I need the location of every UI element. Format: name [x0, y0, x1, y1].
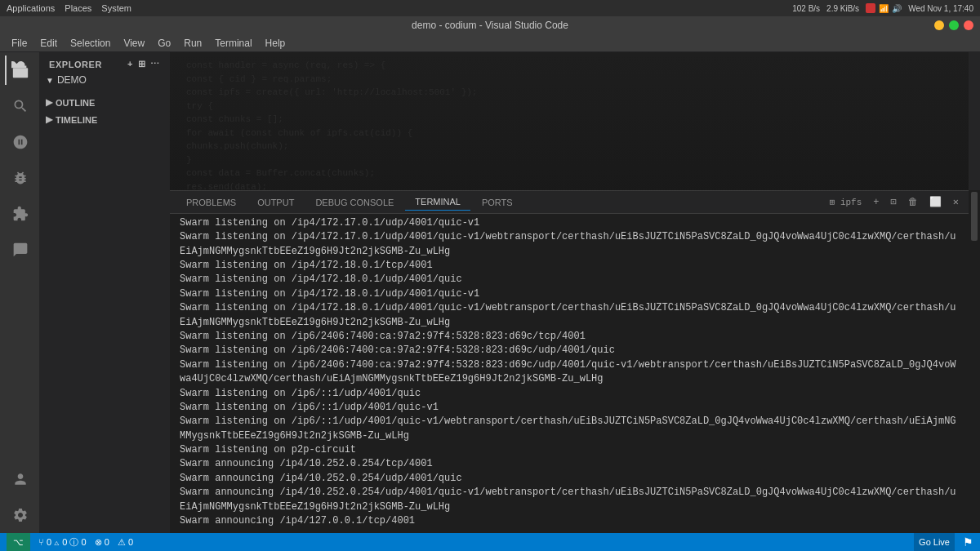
- system-bar-right: 102 B/s 2.9 KiB/s 📶 🔊 Wed Nov 1, 17:40: [792, 3, 973, 13]
- tab-ports[interactable]: PORTS: [472, 194, 523, 211]
- network-speed-down: 2.9 KiB/s: [826, 4, 859, 13]
- menu-run[interactable]: Run: [177, 36, 208, 51]
- terminal-scrollbar-thumb[interactable]: [971, 192, 978, 241]
- system-menu[interactable]: System: [101, 3, 131, 13]
- terminal-line: Swarm announcing /ip4/10.252.0.254/tcp/4…: [180, 457, 959, 471]
- title-bar: demo - codium - Visual Studio Code: [0, 16, 980, 34]
- activity-extensions[interactable]: [5, 199, 34, 229]
- window-title: demo - codium - Visual Studio Code: [412, 20, 568, 31]
- new-file-icon[interactable]: +: [127, 59, 133, 69]
- network-speed-up: 102 B/s: [792, 4, 820, 13]
- errors-indicator[interactable]: ⊗ 0: [95, 537, 109, 548]
- terminal-line: Swarm listening on /ip6/2406:7400:ca:97a…: [180, 330, 959, 344]
- terminal-line: Swarm listening on /ip6/::1/udp/4001/qui…: [180, 387, 959, 401]
- close-button[interactable]: [964, 20, 973, 30]
- datetime-display: Wed Nov 1, 17:40: [908, 4, 973, 13]
- terminal-split-icon[interactable]: ⊡: [888, 194, 900, 210]
- new-folder-icon[interactable]: ⊞: [138, 59, 146, 69]
- wifi-icon: 📶: [879, 4, 889, 13]
- terminal-line: Swarm listening on /ip4/172.18.0.1/udp/4…: [180, 287, 959, 301]
- terminal-maximize-icon[interactable]: ⬜: [926, 194, 945, 210]
- timeline-header[interactable]: ▶ TIMELINE: [46, 114, 163, 125]
- terminal-add-icon[interactable]: +: [870, 195, 882, 210]
- tab-debug-console[interactable]: DEBUG CONSOLE: [305, 194, 403, 211]
- maximize-button[interactable]: [949, 20, 959, 30]
- activity-remote[interactable]: [5, 235, 34, 264]
- activity-settings[interactable]: [5, 500, 34, 530]
- broadcast-icon[interactable]: ⚑: [963, 535, 973, 549]
- editor-area: const handler = async (req, res) => { co…: [170, 52, 969, 533]
- timeline-label: TIMELINE: [56, 115, 97, 125]
- terminal-line: Swarm listening on /ip6/2406:7400:ca:97a…: [180, 344, 959, 358]
- terminal-line: Swarm listening on /ip4/172.18.0.1/tcp/4…: [180, 259, 959, 273]
- terminal-content[interactable]: [santhoshm@paradise]-[~/Personal/statik/…: [170, 214, 969, 533]
- menu-edit[interactable]: Edit: [33, 36, 64, 51]
- terminal-trash-icon[interactable]: 🗑: [905, 194, 921, 210]
- terminal-tabs-right: ⊞ ipfs + ⊡ 🗑 ⬜ ✕: [826, 194, 962, 210]
- title-bar-controls: [934, 20, 973, 30]
- status-bar-left: ⌥ ⑂ 0 △ 0 ⓘ 0 ⊗ 0 ⚠ 0: [7, 533, 133, 551]
- go-live-button[interactable]: Go Live: [914, 533, 955, 551]
- terminal-line: Swarm listening on p2p-circuit: [180, 443, 959, 457]
- menu-terminal[interactable]: Terminal: [208, 36, 258, 51]
- menu-file[interactable]: File: [5, 36, 33, 51]
- git-branch-status[interactable]: ⑂ 0 △ 0 ⓘ 0: [38, 536, 87, 549]
- terminal-line: Swarm listening on /ip6/::1/udp/4001/qui…: [180, 415, 959, 443]
- system-bar-left: Applications Places System: [7, 3, 131, 13]
- activity-bar-bottom: [5, 464, 34, 530]
- remote-indicator[interactable]: ⌥: [7, 533, 30, 551]
- tab-terminal[interactable]: TERMINAL: [405, 193, 470, 211]
- terminal-line: Swarm listening on /ip4/172.17.0.1/udp/4…: [180, 216, 959, 230]
- explorer-label: EXPLORER: [49, 60, 102, 69]
- tab-output[interactable]: OUTPUT: [247, 194, 304, 211]
- right-panel: [969, 52, 980, 533]
- terminal-line: Swarm announcing /ip4/10.252.0.254/udp/4…: [180, 472, 959, 486]
- terminal-line: Swarm listening on /ip4/172.18.0.1/udp/4…: [180, 301, 959, 330]
- terminal-line: Swarm announcing /ip4/127.0.0.1/tcp/4001: [180, 514, 959, 528]
- folder-label: DEMO: [57, 74, 87, 86]
- editor-canvas: const handler = async (req, res) => { co…: [170, 52, 969, 190]
- places-menu[interactable]: Places: [65, 3, 91, 13]
- activity-search[interactable]: [5, 91, 34, 121]
- sidebar-header-icons: + ⊞ ⋯: [127, 59, 160, 69]
- terminal-line: Swarm listening on /ip6/2406:7400:ca:97a…: [180, 358, 959, 387]
- status-bar-right: Go Live ⚑: [914, 533, 973, 551]
- applications-menu[interactable]: Applications: [7, 3, 55, 13]
- menu-bar: File Edit Selection View Go Run Terminal…: [0, 34, 980, 52]
- main-layout: EXPLORER + ⊞ ⋯ ▼ DEMO ▶ OUTLINE ▶ TIMELI…: [0, 52, 980, 533]
- activity-bar: [0, 52, 39, 533]
- system-tray-icons: 📶 🔊: [866, 3, 902, 13]
- minimap-area: [969, 52, 980, 190]
- editor-overlay: const handler = async (req, res) => { co…: [170, 52, 969, 190]
- editor-background-code: const handler = async (req, res) => { co…: [170, 52, 969, 190]
- sidebar-folder-demo[interactable]: ▼ DEMO: [39, 73, 170, 87]
- tab-problems[interactable]: PROBLEMS: [176, 194, 246, 211]
- terminal-name-label: ⊞ ipfs: [826, 195, 866, 209]
- outline-arrow-icon: ▶: [46, 97, 52, 108]
- terminal-scrollbar-area: [969, 190, 980, 533]
- terminal-tabs-left: PROBLEMS OUTPUT DEBUG CONSOLE TERMINAL P…: [176, 193, 523, 211]
- timeline-arrow-icon: ▶: [46, 114, 52, 125]
- terminal-output: Initializing daemon...Kubo version: 0.22…: [180, 214, 959, 528]
- activity-debug[interactable]: [5, 163, 34, 193]
- outline-header[interactable]: ▶ OUTLINE: [46, 97, 163, 108]
- terminal-line: Swarm listening on /ip4/172.18.0.1/udp/4…: [180, 273, 959, 287]
- sidebar-header: EXPLORER + ⊞ ⋯: [39, 52, 170, 73]
- terminal-line: Swarm announcing /ip4/10.252.0.254/udp/4…: [180, 486, 959, 514]
- activity-git[interactable]: [5, 127, 34, 157]
- system-bar: Applications Places System 102 B/s 2.9 K…: [0, 0, 980, 16]
- menu-view[interactable]: View: [117, 36, 151, 51]
- svg-rect-0: [13, 68, 28, 78]
- menu-help[interactable]: Help: [259, 36, 292, 51]
- outline-label: OUTLINE: [56, 98, 95, 108]
- warnings-indicator[interactable]: ⚠ 0: [118, 537, 133, 548]
- terminal-panel: PROBLEMS OUTPUT DEBUG CONSOLE TERMINAL P…: [170, 190, 969, 533]
- more-options-icon[interactable]: ⋯: [150, 59, 160, 69]
- activity-account[interactable]: [5, 464, 34, 494]
- terminal-close-icon[interactable]: ✕: [950, 194, 962, 210]
- minimize-button[interactable]: [934, 20, 944, 30]
- menu-selection[interactable]: Selection: [64, 36, 117, 51]
- activity-explorer[interactable]: [5, 56, 34, 85]
- menu-go[interactable]: Go: [151, 36, 177, 51]
- terminal-line: Swarm listening on /ip6/::1/udp/4001/qui…: [180, 401, 959, 415]
